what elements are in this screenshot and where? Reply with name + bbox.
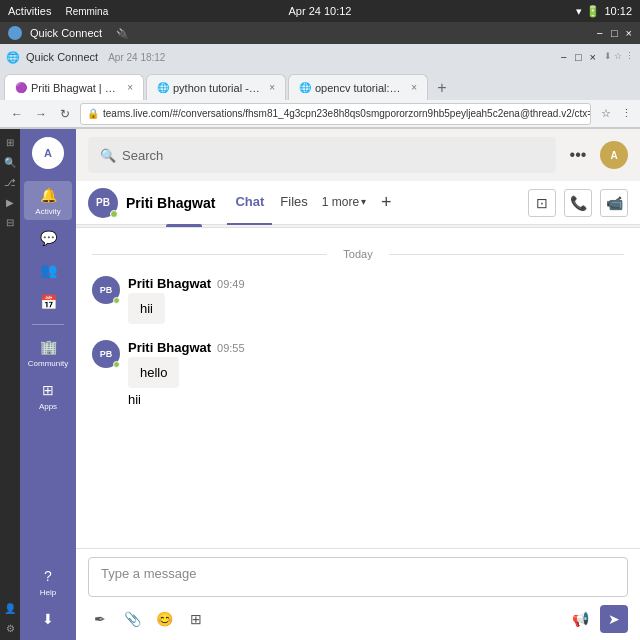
teams-user-avatar[interactable]: A — [32, 137, 64, 169]
vscode-git-icon[interactable]: ⎇ — [1, 173, 19, 191]
battery-icon: 🔋 — [586, 5, 600, 18]
video-call-button[interactable]: 📹 — [600, 189, 628, 217]
sidebar-item-help[interactable]: ? Help — [24, 562, 72, 601]
message-header-2: Priti Bhagwat 09:55 — [128, 340, 624, 355]
compose-tools: ✒ 📎 😊 ⊞ — [88, 607, 208, 631]
attach-button[interactable]: 📎 — [120, 607, 144, 631]
format-button[interactable]: ✒ — [88, 607, 112, 631]
remmina-extra: 🔌 — [116, 28, 128, 39]
browser-menu[interactable]: ⋮ — [621, 107, 632, 120]
tab-files[interactable]: Files — [272, 181, 315, 225]
browser-maximize[interactable]: □ — [575, 51, 582, 63]
vscode-debug-icon[interactable]: ▶ — [1, 193, 19, 211]
tab-opencv-label: opencv tutorial: pytho... — [315, 82, 403, 94]
send-button[interactable]: ➤ — [600, 605, 628, 633]
message-avatar-1: PB — [92, 276, 120, 304]
search-placeholder: Search — [122, 148, 163, 163]
tab-teams[interactable]: 🟣 Priti Bhagwat | Micros... × — [4, 74, 144, 100]
tab-opencv[interactable]: 🌐 opencv tutorial: pytho... × — [288, 74, 428, 100]
tab-more[interactable]: 1 more ▾ — [316, 181, 372, 225]
sidebar-item-teams[interactable]: 👥 — [24, 256, 72, 284]
remmina-minimize[interactable]: − — [596, 27, 602, 39]
search-box[interactable]: 🔍 Search — [88, 137, 556, 173]
message-header-1: Priti Bhagwat 09:49 — [128, 276, 624, 291]
date-divider: Today — [92, 248, 624, 260]
date-divider-text: Today — [335, 248, 380, 260]
bookmark-star[interactable]: ☆ — [601, 107, 611, 120]
tab-python-label: python tutorial - Goog... — [173, 82, 261, 94]
app-container: ⊞ 🔍 ⎇ ▶ ⊟ 👤 ⚙ A 🔔 Activity 💬 👥 📅 🏢 Commu — [0, 129, 640, 640]
delivery-options-button[interactable]: 📢 — [568, 607, 592, 631]
sidebar-item-download[interactable]: ⬇ — [24, 605, 72, 633]
browser-minimize[interactable]: − — [560, 51, 566, 63]
compose-input[interactable]: Type a message — [88, 557, 628, 597]
more-options-button[interactable]: ••• — [564, 141, 592, 169]
sidebar-item-community[interactable]: 🏢 Community — [24, 333, 72, 372]
vscode-extensions-icon[interactable]: ⊟ — [1, 213, 19, 231]
chat-container: PB Priti Bhagwat Chat Files 1 more ▾ + — [76, 181, 640, 640]
vscode-accounts-icon[interactable]: 👤 — [1, 599, 19, 617]
tab-python[interactable]: 🌐 python tutorial - Goog... × — [146, 74, 286, 100]
browser-datetime: Apr 24 18:12 — [108, 52, 165, 63]
community-icon: 🏢 — [38, 337, 58, 357]
browser-close[interactable]: × — [590, 51, 596, 63]
browser-favicon: 🌐 — [6, 51, 20, 64]
presence-dot-1 — [113, 297, 120, 304]
remmina-label: Remmina — [65, 6, 108, 17]
presence-dot-2 — [113, 361, 120, 368]
tab-python-close[interactable]: × — [269, 82, 275, 93]
new-tab-button[interactable]: + — [430, 76, 454, 100]
vscode-settings-icon[interactable]: ⚙ — [1, 619, 19, 637]
forward-button[interactable]: → — [32, 105, 50, 123]
active-tab-indicator — [166, 224, 202, 227]
chat-contact-name: Priti Bhagwat — [126, 195, 215, 211]
sidebar-item-activity[interactable]: 🔔 Activity — [24, 181, 72, 220]
sidebar-item-apps[interactable]: ⊞ Apps — [24, 376, 72, 415]
message-avatar-2: PB — [92, 340, 120, 368]
send-icon: ➤ — [608, 611, 620, 627]
help-label: Help — [40, 588, 56, 597]
activities-label[interactable]: Activities — [8, 5, 51, 17]
address-bar-row: ← → ↻ 🔒 teams.live.com/#/conversations/f… — [0, 100, 640, 128]
tab-opencv-close[interactable]: × — [411, 82, 417, 93]
call-button[interactable]: 📞 — [564, 189, 592, 217]
system-datetime: Apr 24 10:12 — [289, 5, 352, 17]
sidebar-item-chat[interactable]: 💬 — [24, 224, 72, 252]
remmina-maximize[interactable]: □ — [611, 27, 618, 39]
community-label: Community — [28, 359, 68, 368]
messages-area[interactable]: Today PB Priti Bhagwat 09:49 — [76, 228, 640, 548]
message-content-1: Priti Bhagwat 09:49 hii — [128, 276, 624, 324]
reload-button[interactable]: ↻ — [56, 105, 74, 123]
back-button[interactable]: ← — [8, 105, 26, 123]
system-clock: 10:12 — [604, 5, 632, 17]
apps-label: Apps — [39, 402, 57, 411]
more-apps-button[interactable]: ⊞ — [184, 607, 208, 631]
vscode-explorer-icon[interactable]: ⊞ — [1, 133, 19, 151]
chat-tabs: Chat Files 1 more ▾ + — [227, 181, 400, 225]
tab-chat[interactable]: Chat — [227, 181, 272, 225]
search-icon: 🔍 — [100, 148, 116, 163]
divider-line-right — [389, 254, 624, 255]
popout-button[interactable]: ⊡ — [528, 189, 556, 217]
main-content: 🔍 Search ••• A PB Priti Bhagwat — [76, 129, 640, 640]
download-icon: ⬇ — [38, 609, 58, 629]
remmina-close[interactable]: × — [626, 27, 632, 39]
sidebar-item-calendar[interactable]: 📅 — [24, 288, 72, 316]
header-actions: ••• A — [564, 141, 628, 169]
remmina-bar: Quick Connect 🔌 − □ × — [0, 22, 640, 44]
calendar-icon: 📅 — [38, 292, 58, 312]
message-group-2: PB Priti Bhagwat 09:55 hello hii — [92, 340, 624, 411]
presence-indicator — [110, 210, 118, 218]
tab-teams-label: Priti Bhagwat | Micros... — [31, 82, 119, 94]
compose-placeholder: Type a message — [101, 566, 196, 581]
header-user-avatar[interactable]: A — [600, 141, 628, 169]
system-bar: Activities Remmina Apr 24 10:12 ▾ 🔋 10:1… — [0, 0, 640, 22]
emoji-button[interactable]: 😊 — [152, 607, 176, 631]
address-input[interactable]: 🔒 teams.live.com/#/conversations/fhsm81_… — [80, 103, 591, 125]
chat-icon: 💬 — [38, 228, 58, 248]
message-time-1: 09:49 — [217, 278, 245, 290]
vscode-search-icon[interactable]: 🔍 — [1, 153, 19, 171]
tab-teams-close[interactable]: × — [127, 82, 133, 93]
add-tab-button[interactable]: + — [372, 189, 400, 217]
help-icon: ? — [38, 566, 58, 586]
